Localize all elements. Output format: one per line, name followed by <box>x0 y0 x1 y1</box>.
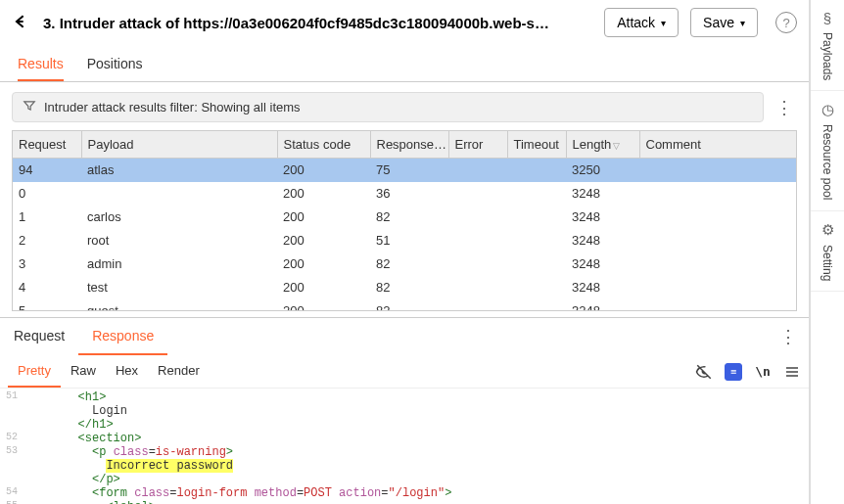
viewer-tabs: Pretty Raw Hex Render ≡ \n <box>0 355 809 389</box>
tab-results[interactable]: Results <box>18 46 64 81</box>
window-header: 3. Intruder attack of https://0a3e006204… <box>0 0 809 46</box>
clock-icon: ◷ <box>821 101 834 118</box>
table-row[interactable]: 94atlas200753250 <box>13 159 796 182</box>
table-row[interactable]: 3admin200823248 <box>13 252 796 276</box>
back-arrow-icon[interactable] <box>12 12 31 34</box>
col-response[interactable]: Response… <box>370 131 448 159</box>
tab-request[interactable]: Request <box>0 318 78 355</box>
chevron-down-icon: ▾ <box>661 18 666 28</box>
vtab-render[interactable]: Render <box>148 355 210 388</box>
sidebar-resource-pool[interactable]: ◷ Resource pool <box>811 91 844 210</box>
gear-icon: ⚙ <box>821 221 834 239</box>
col-status[interactable]: Status code <box>277 131 370 159</box>
vtab-pretty[interactable]: Pretty <box>8 355 61 388</box>
col-length[interactable]: Length▽ <box>566 131 639 159</box>
attack-button[interactable]: Attack ▾ <box>604 8 679 37</box>
line-wrap-icon[interactable]: \n <box>754 363 772 381</box>
table-row[interactable]: 5guest200823248 <box>13 299 796 312</box>
filter-icon <box>23 99 36 115</box>
col-request[interactable]: Request <box>13 131 81 159</box>
results-table: Request Payload Status code Response… Er… <box>13 131 796 311</box>
table-row[interactable]: 2root200513248 <box>13 229 796 252</box>
highlighted-text: Incorrect password <box>106 459 233 473</box>
payloads-icon: § <box>823 10 831 26</box>
reqresp-menu-icon[interactable]: ⋮ <box>768 318 809 355</box>
sidebar-payloads[interactable]: § Payloads <box>811 0 844 91</box>
window-title: 3. Intruder attack of https://0a3e006204… <box>43 15 592 31</box>
col-error[interactable]: Error <box>448 131 507 159</box>
table-row[interactable]: 4test200823248 <box>13 276 796 299</box>
col-timeout[interactable]: Timeout <box>507 131 566 159</box>
chevron-down-icon: ▾ <box>740 18 745 28</box>
filter-menu-icon[interactable]: ⋮ <box>772 97 797 118</box>
sort-desc-icon: ▽ <box>613 141 620 151</box>
save-button[interactable]: Save ▾ <box>690 8 758 37</box>
vtab-raw[interactable]: Raw <box>61 355 106 388</box>
main-tabs: Results Positions <box>0 46 809 82</box>
table-row[interactable]: 0200363248 <box>13 182 796 206</box>
hamburger-icon[interactable] <box>783 363 801 381</box>
help-icon[interactable]: ? <box>775 12 797 33</box>
tab-response[interactable]: Response <box>78 318 167 355</box>
request-response-tabs: Request Response ⋮ <box>0 317 809 355</box>
sidebar-settings[interactable]: ⚙ Setting <box>811 211 844 292</box>
table-header-row: Request Payload Status code Response… Er… <box>13 131 796 159</box>
newline-toggle-icon[interactable]: ≡ <box>725 363 742 381</box>
col-comment[interactable]: Comment <box>639 131 796 159</box>
tab-positions[interactable]: Positions <box>87 46 143 81</box>
col-payload[interactable]: Payload <box>81 131 277 159</box>
response-body-viewer[interactable]: 51 <h1> Login </h1> 52 <section> 53 <p c… <box>0 389 809 504</box>
table-row[interactable]: 1carlos200823248 <box>13 206 796 229</box>
right-sidebar: § Payloads ◷ Resource pool ⚙ Setting <box>810 0 844 504</box>
vtab-hex[interactable]: Hex <box>106 355 148 388</box>
results-filter[interactable]: Intruder attack results filter: Showing … <box>12 92 764 122</box>
hide-icon[interactable] <box>695 363 713 381</box>
results-table-container: Request Payload Status code Response… Er… <box>12 130 797 311</box>
